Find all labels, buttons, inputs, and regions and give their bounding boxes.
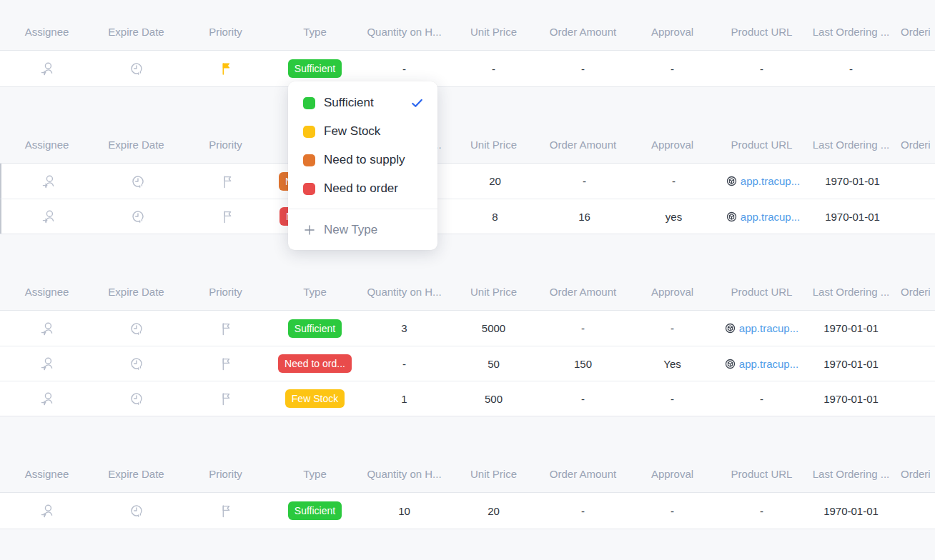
- product-url-link[interactable]: app.tracup...: [726, 211, 800, 223]
- approval-cell[interactable]: -: [628, 322, 717, 334]
- priority-cell[interactable]: [181, 356, 270, 371]
- expire-date-cell[interactable]: [91, 356, 181, 371]
- last-ordering-cell[interactable]: 1970-01-01: [808, 175, 897, 187]
- type-badge[interactable]: Few Stock: [285, 389, 345, 408]
- priority-cell[interactable]: [182, 174, 272, 189]
- type-badge[interactable]: Sufficient: [288, 59, 342, 78]
- col-header-ordering[interactable]: Orderi: [896, 468, 935, 480]
- type-cell[interactable]: Sufficient: [270, 501, 360, 520]
- product-url-cell[interactable]: app.tracup...: [718, 175, 808, 187]
- col-header-expire-date[interactable]: Expire Date: [91, 286, 181, 298]
- col-header-quantity[interactable]: Quantity on H...: [360, 468, 449, 480]
- col-header-unit-price[interactable]: Unit Price: [449, 139, 538, 151]
- col-header-assignee[interactable]: Assignee: [2, 468, 91, 480]
- assignee-cell[interactable]: [2, 391, 91, 406]
- order-amount-cell[interactable]: 150: [538, 358, 628, 370]
- last-ordering-cell[interactable]: -: [806, 63, 896, 75]
- col-header-unit-price[interactable]: Unit Price: [449, 26, 538, 38]
- col-header-quantity[interactable]: Quantity on H...: [360, 26, 449, 38]
- approval-cell[interactable]: yes: [629, 211, 718, 223]
- col-header-priority[interactable]: Priority: [181, 286, 270, 298]
- new-type-button[interactable]: New Type: [288, 209, 437, 250]
- col-header-product-url[interactable]: Product URL: [717, 139, 806, 151]
- unit-price-cell[interactable]: 500: [449, 393, 538, 405]
- expire-date-cell[interactable]: [91, 61, 181, 76]
- col-header-ordering[interactable]: Orderi: [896, 26, 935, 38]
- col-header-assignee[interactable]: Assignee: [2, 286, 91, 298]
- col-header-priority[interactable]: Priority: [181, 26, 270, 38]
- unit-price-cell[interactable]: -: [449, 63, 538, 75]
- col-header-assignee[interactable]: Assignee: [2, 139, 91, 151]
- col-header-expire-date[interactable]: Expire Date: [91, 26, 181, 38]
- col-header-product-url[interactable]: Product URL: [717, 286, 806, 298]
- product-url-cell[interactable]: -: [717, 505, 806, 517]
- col-header-quantity[interactable]: Quantity on H...: [360, 286, 449, 298]
- type-badge[interactable]: Need to ord...: [278, 354, 352, 373]
- priority-cell[interactable]: [181, 503, 270, 519]
- approval-cell[interactable]: -: [628, 63, 717, 75]
- assignee-cell[interactable]: [4, 209, 93, 224]
- approval-cell[interactable]: -: [629, 175, 718, 187]
- col-header-expire-date[interactable]: Expire Date: [91, 139, 181, 151]
- col-header-product-url[interactable]: Product URL: [717, 26, 806, 38]
- unit-price-cell[interactable]: 8: [450, 211, 540, 223]
- unit-price-cell[interactable]: 50: [449, 358, 538, 370]
- col-header-unit-price[interactable]: Unit Price: [449, 286, 538, 298]
- col-header-order-amount[interactable]: Order Amount: [538, 26, 628, 38]
- approval-cell[interactable]: -: [628, 393, 717, 405]
- col-header-type[interactable]: Type: [270, 286, 360, 298]
- last-ordering-cell[interactable]: 1970-01-01: [806, 393, 896, 405]
- product-url-cell[interactable]: app.tracup...: [717, 358, 806, 370]
- assignee-cell[interactable]: [2, 61, 91, 76]
- type-cell[interactable]: Sufficient: [270, 59, 360, 78]
- quantity-cell[interactable]: 10: [360, 505, 449, 517]
- quantity-cell[interactable]: -: [360, 63, 449, 75]
- last-ordering-cell[interactable]: 1970-01-01: [806, 322, 896, 334]
- type-cell[interactable]: Sufficient: [270, 319, 360, 338]
- col-header-ordering[interactable]: Orderi: [896, 139, 935, 151]
- col-header-last-ordering[interactable]: Last Ordering ...: [806, 286, 896, 298]
- col-header-priority[interactable]: Priority: [181, 468, 270, 480]
- col-header-order-amount[interactable]: Order Amount: [538, 139, 628, 151]
- type-cell[interactable]: Need to ord...: [270, 354, 360, 373]
- col-header-type[interactable]: Type: [270, 468, 360, 480]
- type-badge[interactable]: Sufficient: [288, 501, 342, 520]
- product-url-link[interactable]: app.tracup...: [726, 175, 800, 187]
- quantity-cell[interactable]: -: [360, 358, 449, 370]
- priority-cell[interactable]: [181, 321, 270, 336]
- col-header-last-ordering[interactable]: Last Ordering ...: [806, 468, 896, 480]
- product-url-link[interactable]: app.tracup...: [725, 358, 798, 370]
- type-cell[interactable]: Few Stock: [270, 389, 360, 408]
- product-url-cell[interactable]: -: [717, 393, 806, 405]
- approval-cell[interactable]: -: [628, 505, 717, 517]
- order-amount-cell[interactable]: -: [538, 393, 628, 405]
- col-header-approval[interactable]: Approval: [628, 139, 717, 151]
- priority-cell[interactable]: [182, 209, 272, 224]
- assignee-cell[interactable]: [2, 356, 91, 371]
- col-header-order-amount[interactable]: Order Amount: [538, 286, 628, 298]
- assignee-cell[interactable]: [2, 503, 91, 519]
- col-header-product-url[interactable]: Product URL: [717, 468, 806, 480]
- col-header-ordering[interactable]: Orderi: [896, 286, 935, 298]
- quantity-cell[interactable]: 3: [360, 322, 449, 334]
- quantity-cell[interactable]: 1: [360, 393, 449, 405]
- order-amount-cell[interactable]: -: [538, 505, 628, 517]
- last-ordering-cell[interactable]: 1970-01-01: [806, 358, 896, 370]
- menu-item-sufficient[interactable]: Sufficient: [288, 89, 437, 117]
- product-url-cell[interactable]: -: [717, 63, 806, 75]
- order-amount-cell[interactable]: -: [538, 322, 628, 334]
- product-url-cell[interactable]: app.tracup...: [718, 211, 808, 223]
- expire-date-cell[interactable]: [91, 321, 181, 336]
- unit-price-cell[interactable]: 5000: [449, 322, 538, 334]
- assignee-cell[interactable]: [2, 321, 91, 336]
- col-header-type[interactable]: Type: [270, 26, 360, 38]
- last-ordering-cell[interactable]: 1970-01-01: [808, 211, 897, 223]
- menu-item-need-to-order[interactable]: Need to order: [288, 174, 437, 203]
- expire-date-cell[interactable]: [93, 174, 182, 189]
- order-amount-cell[interactable]: 16: [540, 211, 629, 223]
- approval-cell[interactable]: Yes: [628, 358, 717, 370]
- expire-date-cell[interactable]: [91, 503, 181, 519]
- product-url-cell[interactable]: app.tracup...: [717, 322, 806, 334]
- expire-date-cell[interactable]: [91, 391, 181, 406]
- assignee-cell[interactable]: [4, 174, 93, 189]
